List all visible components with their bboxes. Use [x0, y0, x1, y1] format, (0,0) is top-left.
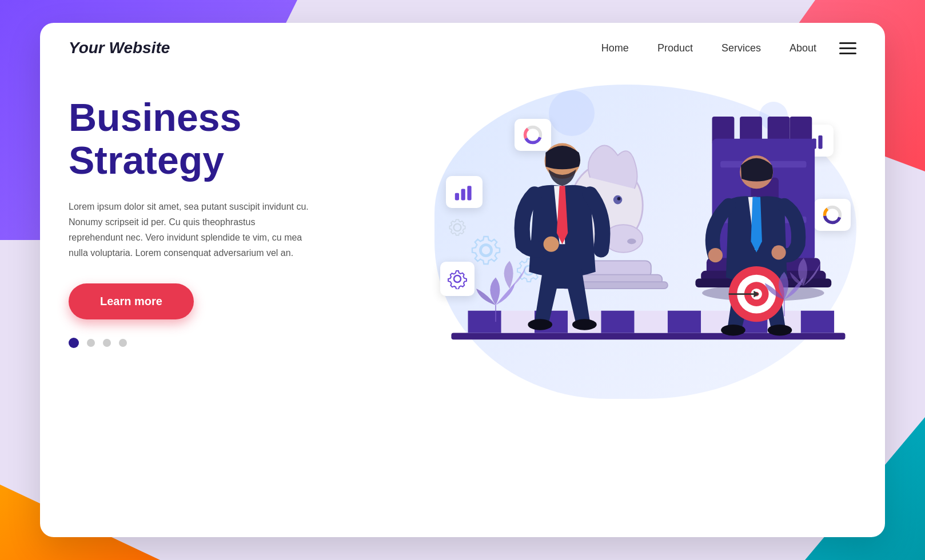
hero-title: Business Strategy: [69, 96, 423, 182]
hero-left-content: Business Strategy Lorem ipsum dolor sit …: [69, 73, 423, 416]
svg-point-30: [617, 197, 621, 201]
hamburger-menu[interactable]: [839, 42, 856, 54]
nav-link-home[interactable]: Home: [601, 42, 629, 54]
nav-item-services[interactable]: Services: [721, 42, 761, 54]
hero-description: Lorem ipsum dolor sit amet, sea putant s…: [69, 199, 309, 261]
chess-illustration: [440, 96, 856, 365]
dot-2[interactable]: [87, 339, 95, 347]
svg-point-50: [572, 319, 597, 330]
svg-rect-22: [668, 311, 701, 333]
navbar: Your Website Home Product Services About: [40, 23, 885, 73]
svg-point-65: [454, 275, 461, 282]
svg-rect-20: [601, 311, 635, 333]
hamburger-line-2: [839, 47, 856, 49]
learn-more-button[interactable]: Learn more: [69, 283, 194, 319]
nav-item-product[interactable]: Product: [657, 42, 693, 54]
hero-section: Business Strategy Lorem ipsum dolor sit …: [40, 73, 885, 439]
hero-illustration: [423, 73, 856, 416]
nav-item-about[interactable]: About: [790, 42, 816, 54]
carousel-dots: [69, 338, 423, 348]
dot-4[interactable]: [119, 339, 127, 347]
dot-1[interactable]: [69, 338, 79, 348]
svg-point-54: [721, 325, 745, 335]
nav-link-product[interactable]: Product: [657, 42, 693, 54]
svg-point-55: [768, 325, 792, 335]
hamburger-line-3: [839, 53, 856, 54]
hamburger-line-1: [839, 42, 856, 44]
brand-logo: Your Website: [69, 39, 170, 57]
nav-item-home[interactable]: Home: [601, 42, 629, 54]
svg-point-31: [627, 239, 636, 245]
svg-point-53: [772, 245, 786, 259]
float-card-gear: [440, 262, 475, 296]
svg-rect-16: [468, 311, 501, 333]
nav-links: Home Product Services About: [601, 42, 816, 54]
svg-point-49: [528, 319, 552, 330]
dot-3[interactable]: [103, 339, 111, 347]
svg-rect-21: [635, 311, 668, 333]
nav-link-services[interactable]: Services: [721, 42, 761, 54]
svg-rect-26: [801, 311, 834, 333]
svg-point-48: [544, 237, 559, 252]
svg-point-52: [708, 248, 723, 262]
nav-link-about[interactable]: About: [790, 42, 816, 54]
gear-float-icon: [447, 269, 468, 289]
main-card: Your Website Home Product Services About: [40, 23, 885, 537]
